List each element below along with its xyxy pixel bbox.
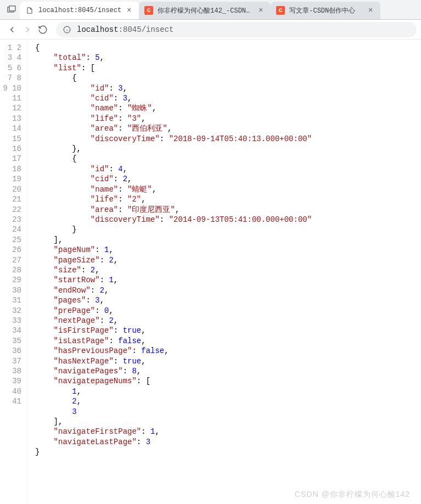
- address-bar[interactable]: localhost:8045/insect: [56, 22, 417, 37]
- address-bar-row: localhost:8045/insect: [0, 20, 421, 40]
- tab-title: 你非柠檬为何心酸142_-CSDN博客: [158, 6, 253, 15]
- watermark: CSDN @你非柠檬为何心酸142: [295, 490, 410, 500]
- site-info-icon[interactable]: [63, 25, 71, 34]
- tab-csdn-blog[interactable]: C 你非柠檬为何心酸142_-CSDN博客 ×: [139, 2, 271, 19]
- tab-localhost[interactable]: localhost:8045/insect ×: [20, 2, 139, 19]
- browser-tab-strip: localhost:8045/insect × C 你非柠檬为何心酸142_-C…: [0, 0, 421, 20]
- file-icon: [25, 6, 34, 15]
- tab-title: 写文章-CSDN创作中心: [289, 6, 363, 15]
- window-menu-icon[interactable]: [3, 1, 20, 18]
- tabs-container: localhost:8045/insect × C 你非柠檬为何心酸142_-C…: [20, 0, 421, 19]
- tab-csdn-write[interactable]: C 写文章-CSDN创作中心 ×: [271, 2, 380, 19]
- csdn-icon: C: [276, 6, 285, 15]
- forward-button: [20, 22, 35, 37]
- svg-rect-1: [9, 6, 15, 11]
- close-icon[interactable]: ×: [125, 6, 133, 15]
- close-icon[interactable]: ×: [256, 6, 265, 15]
- close-icon[interactable]: ×: [366, 6, 375, 15]
- tab-title: localhost:8045/insect: [38, 7, 121, 14]
- url-port: :8045: [119, 25, 142, 34]
- json-viewer: { "total": 5, "list": [ { "id": 3, "cid"…: [27, 40, 421, 504]
- line-numbers: 1 2 3 4 5 6 7 8 9 10 11 12 13 14 15 16 1…: [0, 40, 27, 504]
- reload-button[interactable]: [35, 22, 50, 37]
- url-path: /insect: [142, 25, 174, 34]
- page-content: 1 2 3 4 5 6 7 8 9 10 11 12 13 14 15 16 1…: [0, 40, 421, 504]
- back-button[interactable]: [4, 22, 20, 37]
- csdn-icon: C: [144, 6, 153, 15]
- url-host: localhost: [77, 25, 119, 34]
